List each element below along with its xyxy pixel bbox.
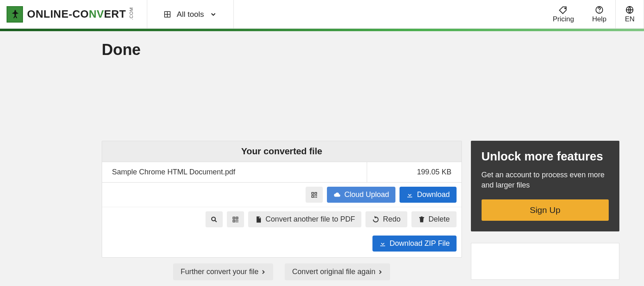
search-icon (210, 216, 218, 223)
chevron-right-icon (378, 269, 383, 275)
file-size: 199.05 KB (367, 162, 461, 182)
file-name: Sample Chrome HTML Document.pdf (102, 162, 367, 182)
download-zip-button[interactable]: Download ZIP File (372, 236, 457, 252)
logo[interactable]: ONLINE-CONVERT.COM (0, 0, 147, 28)
all-tools-label: All tools (177, 10, 204, 19)
cloud-icon (333, 191, 341, 199)
convert-another-button[interactable]: Convert another file to PDF (248, 211, 361, 227)
chevron-right-icon (261, 269, 266, 275)
grid-icon (164, 11, 171, 18)
language-selector[interactable]: EN (616, 0, 644, 28)
redo-icon (372, 216, 379, 223)
svg-point-1 (599, 11, 600, 12)
qr-button-row[interactable] (306, 187, 323, 203)
further-convert-button[interactable]: Further convert your file (173, 263, 273, 280)
logo-text: ONLINE-CONVERT.COM (27, 8, 139, 21)
language-label: EN (625, 15, 635, 23)
cloud-upload-button[interactable]: Cloud Upload (327, 187, 395, 203)
redo-button[interactable]: Redo (365, 211, 407, 227)
chevron-down-icon (210, 11, 217, 18)
help-icon (595, 5, 604, 14)
sign-up-button[interactable]: Sign Up (482, 199, 609, 221)
pricing-label: Pricing (553, 15, 574, 23)
help-label: Help (592, 15, 606, 23)
svg-point-3 (212, 217, 215, 221)
side-box (471, 243, 619, 280)
page-title: Done (102, 41, 619, 59)
qr-icon (311, 191, 318, 199)
converted-file-panel: Your converted file Sample Chrome HTML D… (102, 141, 462, 258)
globe-icon (625, 5, 634, 14)
download-icon (379, 240, 386, 247)
footer-links: Further convert your file Convert origin… (102, 263, 462, 280)
panel-header: Your converted file (102, 141, 461, 162)
search-button[interactable] (206, 211, 223, 227)
header: ONLINE-CONVERT.COM All tools Pricing Hel… (0, 0, 644, 29)
qr-icon (232, 216, 239, 223)
divider (233, 0, 234, 29)
tag-icon (559, 5, 568, 14)
file-icon (255, 216, 262, 223)
promo-text: Get an account to process even more and … (482, 170, 609, 190)
download-button[interactable]: Download (400, 187, 456, 203)
logo-mark-icon (7, 6, 23, 23)
qr-button[interactable] (227, 211, 244, 227)
delete-button[interactable]: Delete (411, 211, 457, 227)
help-link[interactable]: Help (583, 0, 615, 28)
pricing-link[interactable]: Pricing (544, 0, 583, 28)
promo-panel: Unlock more features Get an account to p… (471, 141, 619, 231)
trash-icon (418, 216, 425, 223)
convert-again-button[interactable]: Convert original file again (285, 263, 390, 280)
all-tools-menu[interactable]: All tools (147, 0, 234, 28)
file-row: Sample Chrome HTML Document.pdf 199.05 K… (102, 162, 461, 183)
promo-title: Unlock more features (482, 150, 609, 163)
download-icon (406, 191, 413, 199)
